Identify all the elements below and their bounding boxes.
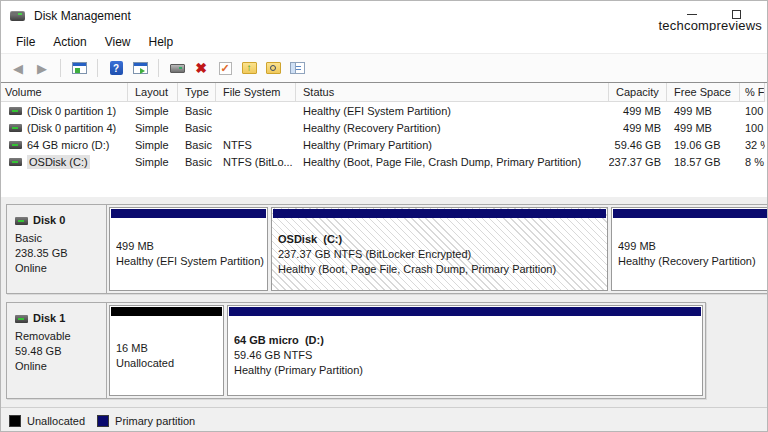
column-header-pct-free[interactable]: % F — [740, 83, 765, 102]
volume-capacity: 499 MB — [609, 105, 667, 117]
menubar: File Action View Help — [1, 31, 768, 54]
volume-list-header: Volume Layout Type File System Status Ca… — [1, 83, 768, 102]
forward-icon[interactable]: ▶ — [33, 59, 51, 77]
device-icon[interactable] — [168, 59, 186, 77]
minimize-icon — [687, 14, 697, 15]
partition-color-bar — [111, 307, 222, 316]
partition-status: Healthy (Primary Partition) — [234, 363, 702, 378]
column-header-type[interactable]: Type — [178, 83, 216, 102]
partition-name: 64 GB micro (D:) — [234, 333, 702, 348]
show-action-pane-icon[interactable] — [131, 59, 149, 77]
partition-status: Healthy (Boot, Page File, Crash Dump, Pr… — [278, 262, 607, 277]
volume-name: 64 GB micro (D:) — [27, 139, 110, 151]
partition-color-bar — [273, 209, 606, 218]
disk-name: Disk 1 — [33, 311, 65, 326]
volume-type: Basic — [178, 139, 216, 151]
primary-partition-swatch-icon — [97, 415, 109, 427]
volume-type: Basic — [178, 156, 216, 168]
disk-size: 59.48 GB — [15, 344, 106, 359]
disk1-label-panel[interactable]: Disk 1 Removable 59.48 GB Online — [7, 303, 107, 398]
disk0-partition-efi[interactable]: 499 MB Healthy (EFI System Partition) — [109, 207, 268, 291]
folder-search-icon[interactable] — [264, 59, 282, 77]
unallocated-swatch-icon — [9, 415, 21, 427]
disk0-row: Disk 0 Basic 238.35 GB Online 499 MB Hea… — [6, 204, 768, 294]
volume-file-system: NTFS (BitLo... — [216, 156, 296, 168]
disk0-label-panel[interactable]: Disk 0 Basic 238.35 GB Online — [7, 205, 107, 293]
disk1-unallocated-region[interactable]: 16 MB Unallocated — [109, 305, 224, 396]
toolbar-separator — [60, 59, 61, 77]
disk0-partition-osdisk-selected[interactable]: OSDisk (C:) 237.37 GB NTFS (BitLocker En… — [271, 207, 608, 291]
menu-file[interactable]: File — [7, 32, 44, 52]
disk-kind: Basic — [15, 231, 106, 246]
column-header-status[interactable]: Status — [296, 83, 609, 102]
volume-status: Healthy (Boot, Page File, Crash Dump, Pr… — [296, 156, 609, 168]
properties-icon[interactable] — [288, 59, 306, 77]
menu-action[interactable]: Action — [44, 32, 95, 52]
table-row[interactable]: (Disk 0 partition 4) Simple Basic Health… — [1, 119, 768, 136]
legend-bar: Unallocated Primary partition — [1, 407, 768, 432]
volume-name: (Disk 0 partition 4) — [27, 122, 116, 134]
disk-icon — [15, 217, 28, 225]
column-header-layout[interactable]: Layout — [128, 83, 178, 102]
volume-file-system: NTFS — [216, 139, 296, 151]
volume-free-space: 499 MB — [667, 105, 740, 117]
table-row[interactable]: 64 GB micro (D:) Simple Basic NTFS Healt… — [1, 136, 768, 153]
delete-icon[interactable]: ✖ — [192, 59, 210, 77]
partition-size: 16 MB — [116, 341, 223, 356]
volume-name: (Disk 0 partition 1) — [27, 105, 116, 117]
column-header-volume[interactable]: Volume — [1, 83, 128, 102]
volume-icon — [9, 158, 22, 166]
column-header-file-system[interactable]: File System — [216, 83, 296, 102]
partition-size: 499 MB — [618, 239, 768, 254]
back-icon[interactable]: ◀ — [9, 59, 27, 77]
disk1-partition-d[interactable]: 64 GB micro (D:) 59.46 GB NTFS Healthy (… — [227, 305, 703, 396]
legend-label: Unallocated — [27, 415, 85, 427]
disk-status: Online — [15, 359, 106, 374]
toolbar-separator — [158, 59, 159, 77]
legend-item-unallocated: Unallocated — [9, 415, 85, 427]
volume-type: Basic — [178, 122, 216, 134]
partition-color-bar — [613, 209, 768, 218]
legend-label: Primary partition — [115, 415, 195, 427]
partition-status: Unallocated — [116, 356, 223, 371]
disk-size: 238.35 GB — [15, 246, 106, 261]
volume-status: Healthy (EFI System Partition) — [296, 105, 609, 117]
volume-capacity: 59.46 GB — [609, 139, 667, 151]
folder-up-icon[interactable]: ↑ — [240, 59, 258, 77]
column-header-capacity[interactable]: Capacity — [609, 83, 667, 102]
graphical-view: Disk 0 Basic 238.35 GB Online 499 MB Hea… — [1, 197, 768, 407]
volume-capacity: 499 MB — [609, 122, 667, 134]
toolbar-separator — [97, 59, 98, 77]
menu-help[interactable]: Help — [140, 32, 183, 52]
volume-pct-free: 32 % — [740, 139, 765, 151]
disk0-partition-recovery[interactable]: 499 MB Healthy (Recovery Partition) — [611, 207, 768, 291]
partition-size: 499 MB — [116, 239, 267, 254]
checkmark-icon[interactable]: ✓ — [216, 59, 234, 77]
volume-status: Healthy (Primary Partition) — [296, 139, 609, 151]
volume-pct-free: 100 % — [740, 122, 765, 134]
table-row-selected[interactable]: OSDisk (C:) Simple Basic NTFS (BitLo... … — [1, 153, 768, 170]
toolbar: ◀ ▶ ? ✖ ✓ ↑ — [1, 54, 768, 82]
volume-pct-free: 100 % — [740, 105, 765, 117]
disk-management-window: Disk Management techcompreviews File Act… — [0, 0, 768, 432]
column-header-free-space[interactable]: Free Space — [667, 83, 740, 102]
disk-icon — [15, 315, 28, 323]
partition-name: OSDisk (C:) — [278, 232, 607, 247]
titlebar: Disk Management — [1, 1, 768, 31]
window-title: Disk Management — [34, 9, 131, 23]
help-icon[interactable]: ? — [107, 59, 125, 77]
volume-layout: Simple — [128, 156, 178, 168]
volume-name: OSDisk (C:) — [27, 155, 90, 169]
volume-type: Basic — [178, 105, 216, 117]
menu-view[interactable]: View — [96, 32, 140, 52]
disk-name: Disk 0 — [33, 213, 65, 228]
disk-management-app-icon — [10, 11, 25, 21]
volume-icon — [9, 141, 22, 149]
table-row[interactable]: (Disk 0 partition 1) Simple Basic Health… — [1, 102, 768, 119]
show-console-tree-icon[interactable] — [70, 59, 88, 77]
volume-pct-free: 8 % — [740, 156, 765, 168]
volume-free-space: 18.57 GB — [667, 156, 740, 168]
volume-list: Volume Layout Type File System Status Ca… — [1, 82, 768, 197]
partition-size: 237.37 GB NTFS (BitLocker Encrypted) — [278, 247, 607, 262]
volume-status: Healthy (Recovery Partition) — [296, 122, 609, 134]
